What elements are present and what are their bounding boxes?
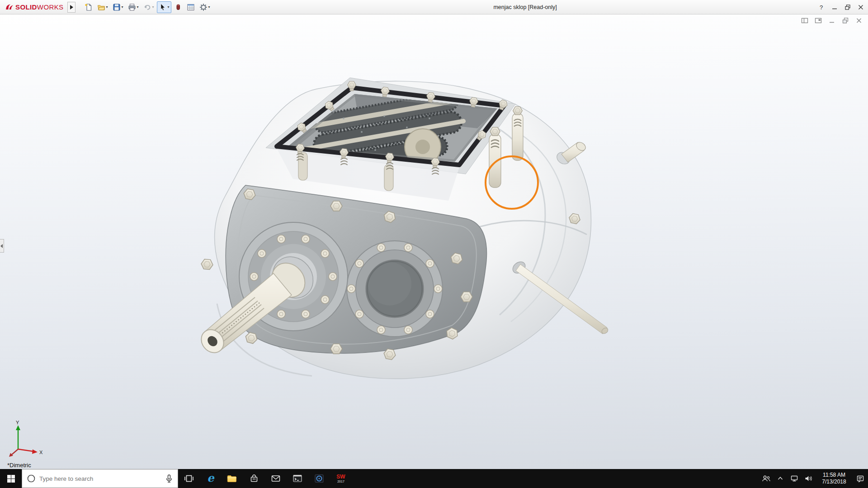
close-button[interactable] xyxy=(854,0,867,14)
open-button[interactable]: ▾ xyxy=(95,1,110,13)
svg-text:SW: SW xyxy=(336,474,345,480)
reference-triad: Y X xyxy=(5,420,45,460)
svg-text:e: e xyxy=(207,472,215,484)
document-title: menjac sklop [Read-only] xyxy=(493,0,557,14)
design-table-button[interactable] xyxy=(185,1,197,13)
speaker-icon xyxy=(804,475,812,482)
options-gear-icon xyxy=(199,3,208,11)
clock-date: 7/13/2018 xyxy=(822,479,846,485)
svg-text:2017: 2017 xyxy=(337,480,344,483)
doc-close-button[interactable] xyxy=(855,17,863,24)
doc-close-icon xyxy=(855,17,863,24)
design-table-icon xyxy=(187,3,195,11)
graphics-viewport[interactable]: Y X *Dimetric xyxy=(0,14,868,469)
solidworks-window: SOLIDWORKS ▾ xyxy=(0,0,868,488)
search-input[interactable] xyxy=(39,475,161,482)
people-button[interactable] xyxy=(760,469,772,488)
media-app-icon xyxy=(314,473,325,484)
action-center-icon xyxy=(856,474,864,483)
start-button[interactable] xyxy=(0,469,22,488)
volume-button[interactable] xyxy=(802,469,814,488)
action-center-button[interactable] xyxy=(854,469,866,488)
triad-y-label: Y xyxy=(16,420,19,425)
edit-appearance-icon xyxy=(174,3,182,11)
save-button[interactable]: ▾ xyxy=(111,1,125,13)
close-icon xyxy=(858,5,863,10)
store-icon xyxy=(249,473,259,484)
task-view-icon xyxy=(184,473,194,484)
gearbox-3d-model xyxy=(0,14,868,469)
help-button[interactable]: ? xyxy=(815,0,828,14)
solidworks-2017-icon: SW 2017 xyxy=(335,472,347,485)
select-button[interactable]: ▾ xyxy=(157,1,171,13)
system-tray: 11:58 AM 7/13/2018 xyxy=(760,469,868,488)
brand-text: SOLIDWORKS xyxy=(15,3,64,11)
dropdown-caret[interactable]: ▾ xyxy=(168,5,170,9)
mail-icon xyxy=(270,473,281,484)
ds-logo-icon xyxy=(5,3,14,11)
undo-icon xyxy=(143,3,151,11)
print-icon xyxy=(128,3,136,11)
solidworks-2017-button[interactable]: SW 2017 xyxy=(330,469,352,488)
clock-time: 11:58 AM xyxy=(823,472,845,479)
edge-icon: e xyxy=(204,472,217,485)
minimize-button[interactable] xyxy=(828,0,841,14)
select-cursor-icon xyxy=(159,3,167,11)
edge-button[interactable]: e xyxy=(200,469,222,488)
view-orientation-label: *Dimetric xyxy=(7,462,31,469)
network-button[interactable] xyxy=(788,469,800,488)
windows-taskbar: e xyxy=(0,469,868,488)
file-explorer-button[interactable] xyxy=(222,469,243,488)
taskbar-search[interactable] xyxy=(22,469,178,488)
dropdown-caret[interactable]: ▾ xyxy=(106,5,108,9)
minimize-icon xyxy=(832,5,837,10)
split-window-button[interactable] xyxy=(801,17,808,24)
panel-expander[interactable] xyxy=(0,239,4,253)
dropdown-caret[interactable]: ▾ xyxy=(137,5,139,9)
new-window-button[interactable] xyxy=(814,17,822,24)
bearing-cover-right xyxy=(347,241,443,337)
maximize-button[interactable] xyxy=(841,0,854,14)
doc-minimize-button[interactable] xyxy=(828,17,835,24)
mail-button[interactable] xyxy=(265,469,287,488)
dropdown-caret[interactable]: ▾ xyxy=(152,5,154,9)
people-icon xyxy=(762,474,771,483)
doc-restore-icon xyxy=(842,17,849,24)
dropdown-caret[interactable]: ▾ xyxy=(208,5,210,9)
taskbar-clock[interactable]: 11:58 AM 7/13/2018 xyxy=(816,472,852,485)
tray-overflow-button[interactable] xyxy=(774,469,786,488)
window-controls: ? xyxy=(815,0,867,14)
undo-button[interactable]: ▾ xyxy=(142,1,156,13)
console-button[interactable] xyxy=(287,469,308,488)
console-icon xyxy=(292,473,303,484)
microphone-icon[interactable] xyxy=(165,474,173,483)
network-icon xyxy=(790,475,798,482)
cortana-icon xyxy=(27,474,36,483)
maximize-icon xyxy=(845,5,850,10)
toolbar-flyout-arrow[interactable] xyxy=(67,2,75,13)
triad-x-label: X xyxy=(39,450,43,455)
open-icon xyxy=(97,3,105,11)
chevron-up-icon xyxy=(777,475,784,482)
options-button[interactable]: ▾ xyxy=(198,1,212,13)
titlebar: SOLIDWORKS ▾ xyxy=(0,0,868,14)
windows-logo-icon xyxy=(7,475,15,483)
new-document-button[interactable] xyxy=(83,1,94,13)
dropdown-caret[interactable]: ▾ xyxy=(122,5,123,9)
standard-toolbar: ▾ ▾ ▾ xyxy=(83,1,212,13)
print-button[interactable]: ▾ xyxy=(126,1,141,13)
doc-minimize-icon xyxy=(828,17,835,24)
split-window-icon xyxy=(801,17,808,24)
edit-appearance-button[interactable] xyxy=(172,1,184,13)
new-document-icon xyxy=(85,3,93,11)
solidworks-logo: SOLIDWORKS xyxy=(0,3,67,11)
file-explorer-icon xyxy=(226,473,238,484)
save-icon xyxy=(113,3,121,11)
media-app-button[interactable] xyxy=(308,469,330,488)
flyout-arrow-icon xyxy=(70,5,73,9)
new-window-icon xyxy=(815,17,822,24)
store-button[interactable] xyxy=(243,469,265,488)
document-window-controls xyxy=(801,17,863,24)
doc-restore-button[interactable] xyxy=(841,17,849,24)
task-view-button[interactable] xyxy=(178,469,200,488)
